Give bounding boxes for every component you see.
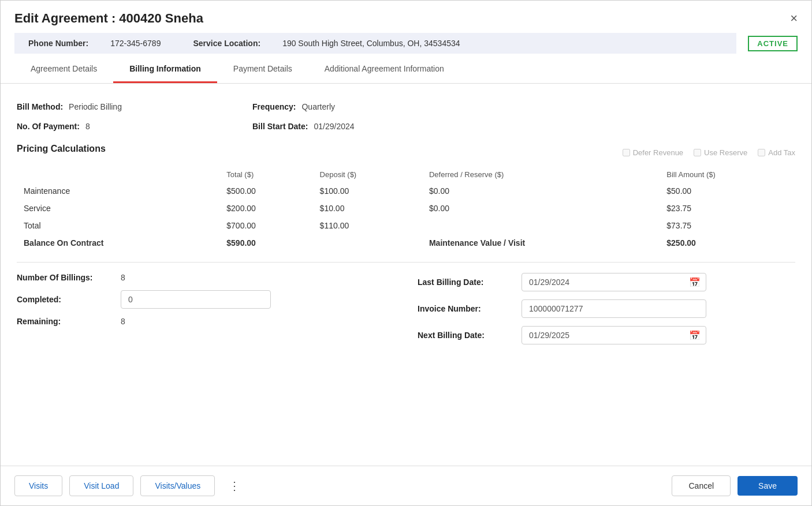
bill-start-date-value: 01/29/2024 <box>314 122 354 131</box>
no-of-payment-label: No. Of Payment: <box>17 122 80 131</box>
col-header-total: Total ($) <box>219 167 312 182</box>
remaining-row: Remaining: 8 <box>17 317 394 326</box>
calendar-icon: 📅 <box>689 277 701 288</box>
defer-revenue-checkbox[interactable] <box>623 149 630 156</box>
info-bar: Phone Number: 172-345-6789 Service Locat… <box>14 33 736 54</box>
next-billing-date-label: Next Billing Date: <box>418 331 522 340</box>
pricing-section-title: Pricing Calculations <box>17 144 106 154</box>
row-total-deferred <box>422 217 660 234</box>
content-area: Bill Method: Periodic Billing Frequency:… <box>1 84 811 466</box>
no-of-payment-row: No. Of Payment: 8 Bill Start Date: 01/29… <box>17 122 795 131</box>
row-maintenance-deferred: $0.00 <box>422 182 660 200</box>
row-service-label: Service <box>17 200 219 217</box>
pricing-header: Pricing Calculations Defer Revenue Use R… <box>17 144 795 161</box>
location-label: Service Location: <box>193 39 260 48</box>
footer: Visits Visit Load Visits/Values ⋮ Cancel… <box>1 466 811 505</box>
modal-header: Edit Agreement : 400420 Sneha × <box>1 1 811 33</box>
phone-value: 172-345-6789 <box>110 39 161 48</box>
bottom-right: Last Billing Date: 📅 Invoice Number: Nex… <box>394 273 795 353</box>
row-total-deposit: $110.00 <box>313 217 422 234</box>
table-row: Maintenance $500.00 $100.00 $0.00 $50.00 <box>17 182 795 200</box>
tab-agreement-details[interactable]: Agreement Details <box>14 56 113 83</box>
row-service-deposit: $10.00 <box>313 200 422 217</box>
balance-value: $590.00 <box>226 238 256 248</box>
add-tax-checkbox-group: Add Tax <box>758 148 795 157</box>
calendar-icon: 📅 <box>689 330 701 341</box>
maintenance-value-label: Maintenance Value / Visit <box>429 238 525 248</box>
last-billing-date-row: Last Billing Date: 📅 <box>418 273 795 291</box>
number-of-billings-value: 8 <box>121 273 125 282</box>
no-of-payment-group: No. Of Payment: 8 <box>17 122 178 131</box>
visits-button[interactable]: Visits <box>14 475 62 496</box>
bill-method-label: Bill Method: <box>17 102 63 111</box>
completed-row: Completed: <box>17 290 394 309</box>
last-billing-date-field: 📅 <box>522 273 706 291</box>
use-reserve-checkbox[interactable] <box>694 149 701 156</box>
add-tax-label: Add Tax <box>768 148 795 157</box>
row-maintenance-bill-amount: $50.00 <box>660 182 795 200</box>
location-value: 190 South High Street, Columbus, OH, 345… <box>282 39 460 48</box>
modal-title: Edit Agreement : 400420 Sneha <box>14 11 203 26</box>
remaining-label: Remaining: <box>17 317 121 326</box>
next-billing-date-field: 📅 <box>522 326 706 344</box>
save-button[interactable]: Save <box>737 476 798 496</box>
cancel-button[interactable]: Cancel <box>672 475 731 496</box>
frequency-label: Frequency: <box>252 102 296 111</box>
section-divider <box>17 262 795 263</box>
tabs-bar: Agreement Details Billing Information Pa… <box>1 56 811 84</box>
table-row: Total $700.00 $110.00 $73.75 <box>17 217 795 234</box>
tab-payment-details[interactable]: Payment Details <box>217 56 308 83</box>
row-total-total: $700.00 <box>219 217 312 234</box>
use-reserve-label: Use Reserve <box>704 148 747 157</box>
bill-method-group: Bill Method: Periodic Billing <box>17 102 178 111</box>
tab-billing-information[interactable]: Billing Information <box>113 56 217 83</box>
maintenance-value: $250.00 <box>666 238 696 248</box>
no-of-payment-value: 8 <box>85 122 90 131</box>
table-row: Service $200.00 $10.00 $0.00 $23.75 <box>17 200 795 217</box>
pricing-table: Total ($) Deposit ($) Deferred / Reserve… <box>17 167 795 252</box>
close-button[interactable]: × <box>790 11 798 26</box>
bottom-fields: Number Of Billings: 8 Completed: Remaini… <box>17 273 795 353</box>
status-badge: ACTIVE <box>748 36 798 51</box>
more-options-button[interactable]: ⋮ <box>224 479 245 493</box>
row-service-deferred: $0.00 <box>422 200 660 217</box>
bill-start-date-group: Bill Start Date: 01/29/2024 <box>252 122 414 131</box>
number-of-billings-row: Number Of Billings: 8 <box>17 273 394 282</box>
row-total-bill-amount: $73.75 <box>660 217 795 234</box>
number-of-billings-label: Number Of Billings: <box>17 273 121 282</box>
billing-method-row: Bill Method: Periodic Billing Frequency:… <box>17 102 795 111</box>
invoice-number-label: Invoice Number: <box>418 304 522 313</box>
last-billing-date-label: Last Billing Date: <box>418 278 522 287</box>
bill-start-date-label: Bill Start Date: <box>252 122 308 131</box>
remaining-value: 8 <box>121 317 125 326</box>
defer-revenue-checkbox-group: Defer Revenue <box>623 148 683 157</box>
bottom-left: Number Of Billings: 8 Completed: Remaini… <box>17 273 394 353</box>
tab-additional-agreement[interactable]: Additional Agreement Information <box>308 56 460 83</box>
use-reserve-checkbox-group: Use Reserve <box>694 148 747 157</box>
row-maintenance-label: Maintenance <box>17 182 219 200</box>
next-billing-date-input[interactable] <box>522 326 706 344</box>
pricing-checkboxes: Defer Revenue Use Reserve Add Tax <box>623 148 795 157</box>
row-service-total: $200.00 <box>219 200 312 217</box>
invoice-number-row: Invoice Number: <box>418 299 795 318</box>
bill-method-value: Periodic Billing <box>69 102 122 111</box>
visit-load-button[interactable]: Visit Load <box>69 475 133 496</box>
modal: Edit Agreement : 400420 Sneha × Phone Nu… <box>0 0 812 506</box>
col-header-bill-amount: Bill Amount ($) <box>660 167 795 182</box>
invoice-number-input[interactable] <box>522 299 706 318</box>
frequency-value: Quarterly <box>301 102 335 111</box>
visits-values-button[interactable]: Visits/Values <box>140 475 215 496</box>
row-total-label: Total <box>17 217 219 234</box>
last-billing-date-input[interactable] <box>522 273 706 291</box>
col-header-name <box>17 167 219 182</box>
balance-row: Balance On Contract $590.00 Maintenance … <box>17 234 795 252</box>
defer-revenue-label: Defer Revenue <box>633 148 683 157</box>
completed-input[interactable] <box>121 290 271 309</box>
frequency-group: Frequency: Quarterly <box>252 102 414 111</box>
col-header-deferred: Deferred / Reserve ($) <box>422 167 660 182</box>
row-service-bill-amount: $23.75 <box>660 200 795 217</box>
next-billing-date-row: Next Billing Date: 📅 <box>418 326 795 344</box>
balance-label: Balance On Contract <box>24 238 103 248</box>
add-tax-checkbox[interactable] <box>758 149 765 156</box>
row-maintenance-deposit: $100.00 <box>313 182 422 200</box>
